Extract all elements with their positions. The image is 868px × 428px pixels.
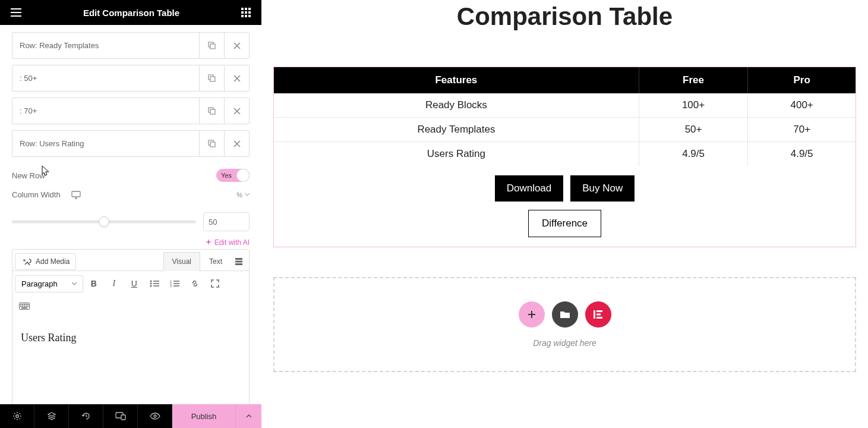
publish-button[interactable]: Publish [172,404,235,428]
remove-button[interactable] [224,33,249,58]
download-button[interactable]: Download [495,175,564,202]
svg-point-40 [15,415,18,417]
drop-zone-buttons [519,301,611,328]
template-library-button[interactable] [552,301,578,328]
unit-value: % [236,191,242,199]
preview-button[interactable] [138,404,172,428]
svg-rect-21 [235,263,242,265]
remove-button[interactable] [224,131,249,156]
table-row: Users Rating4.9/54.9/5 [274,142,856,166]
settings-button[interactable] [0,404,34,428]
svg-rect-30 [22,304,23,305]
comparison-table-widget[interactable]: Features Free Pro Ready Blocks100+400+ R… [273,67,856,247]
list-ol-icon: 123 [170,280,179,287]
column-width-input[interactable] [203,212,250,231]
folder-icon [560,310,570,319]
blocks-button[interactable] [231,254,247,269]
bold-button[interactable]: B [84,275,103,292]
history-button[interactable] [69,404,103,428]
svg-rect-38 [27,306,29,307]
row-item: Row: Ready Templates [12,32,250,59]
svg-rect-7 [245,15,247,17]
hamburger-icon [11,8,21,17]
underline-button[interactable]: U [125,275,144,292]
svg-rect-5 [248,11,251,14]
responsive-button[interactable] [71,191,81,199]
svg-rect-20 [235,260,242,262]
apps-grid-icon [241,8,251,17]
bulleted-list-button[interactable] [145,275,164,292]
column-width-label: Column Width [12,190,61,199]
desktop-icon [71,191,81,199]
slider-thumb[interactable] [99,216,109,227]
add-widget-button[interactable] [519,301,545,328]
column-width-slider[interactable] [12,216,196,228]
remove-button[interactable] [224,98,249,124]
elementskit-button[interactable] [585,301,611,328]
sidebar-header: Edit Comparison Table [0,0,261,25]
column-width-slider-row [12,212,250,231]
responsive-mode-button[interactable] [103,404,138,428]
menu-button[interactable] [7,5,25,20]
difference-button[interactable]: Difference [528,210,601,237]
media-icon [21,257,32,266]
expand-icon [211,279,219,288]
column-width-prop: Column Width % [12,190,250,199]
chevron-down-icon [72,282,77,285]
remove-button[interactable] [224,65,249,91]
stack-icon [235,257,243,266]
apps-button[interactable] [238,4,254,21]
col-header: Free [639,67,748,93]
svg-rect-3 [241,11,244,14]
close-icon [233,140,241,147]
format-select[interactable]: Paragraph [15,275,83,292]
duplicate-button[interactable] [199,33,224,58]
svg-rect-32 [26,304,27,305]
link-button[interactable] [185,275,204,292]
copy-icon [207,74,216,83]
layers-icon [47,411,56,421]
svg-rect-1 [245,8,247,10]
svg-point-18 [23,259,26,262]
add-media-button[interactable]: Add Media [15,253,76,270]
new-row-prop: New Row Yes [12,169,250,182]
duplicate-button[interactable] [199,65,224,91]
new-row-toggle[interactable]: Yes [216,169,250,182]
duplicate-button[interactable] [199,98,224,124]
new-row-label: New Row [12,171,45,180]
italic-button[interactable]: I [105,275,124,292]
svg-point-24 [150,285,151,287]
svg-rect-34 [20,306,21,307]
sidebar-footer: Publish [0,404,261,428]
svg-rect-0 [241,8,244,10]
link-icon [190,279,200,288]
row-item-label[interactable]: Row: Users Rating [12,131,199,156]
svg-rect-10 [210,44,215,49]
drop-zone[interactable]: Drag widget here [273,277,856,372]
toggle-yes-text: Yes [221,172,232,179]
row-item-label[interactable]: Row: Ready Templates [12,33,199,58]
svg-point-22 [150,281,151,282]
edit-with-ai-link[interactable]: Edit with AI [12,238,250,247]
svg-rect-36 [24,306,25,307]
keyboard-button[interactable] [15,297,34,315]
close-icon [233,108,241,115]
row-item-label[interactable]: : 70+ [12,98,199,124]
row-item-label[interactable]: : 50+ [12,65,199,91]
editor-toolbar: Paragraph B I U 123 [12,271,249,296]
page-heading: Comparison Table [267,2,862,31]
eye-icon [150,413,160,420]
duplicate-button[interactable] [199,131,224,156]
publish-options-button[interactable] [235,404,261,428]
tab-visual[interactable]: Visual [163,252,200,271]
copy-icon [207,106,216,115]
svg-text:3: 3 [170,284,172,287]
navigator-button[interactable] [34,404,69,428]
tab-text[interactable]: Text [200,252,231,270]
fullscreen-button[interactable] [206,275,225,292]
svg-rect-37 [26,306,27,307]
numbered-list-button[interactable]: 123 [165,275,184,292]
buy-now-button[interactable]: Buy Now [570,175,635,202]
chevron-up-icon [246,414,252,418]
unit-select[interactable]: % [236,191,250,199]
